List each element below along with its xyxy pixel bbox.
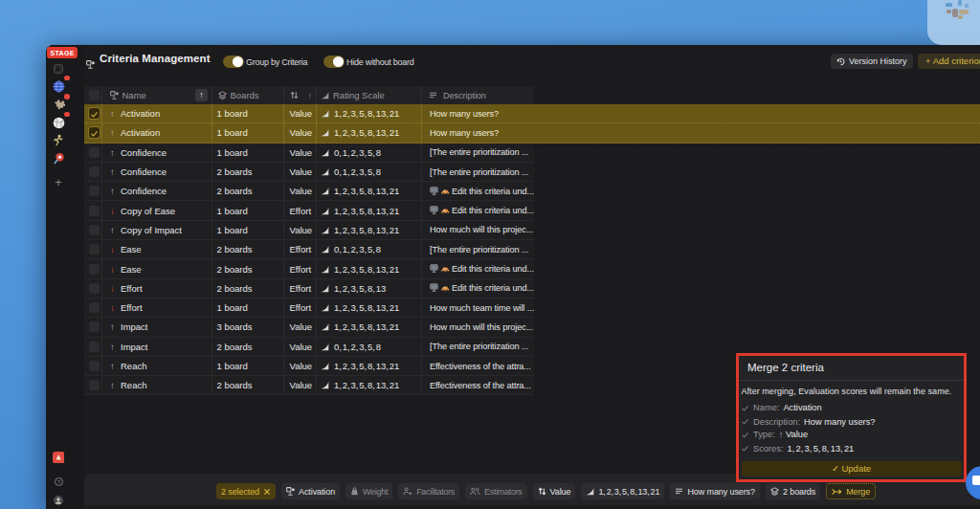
svg-text:?: ? xyxy=(56,479,59,485)
